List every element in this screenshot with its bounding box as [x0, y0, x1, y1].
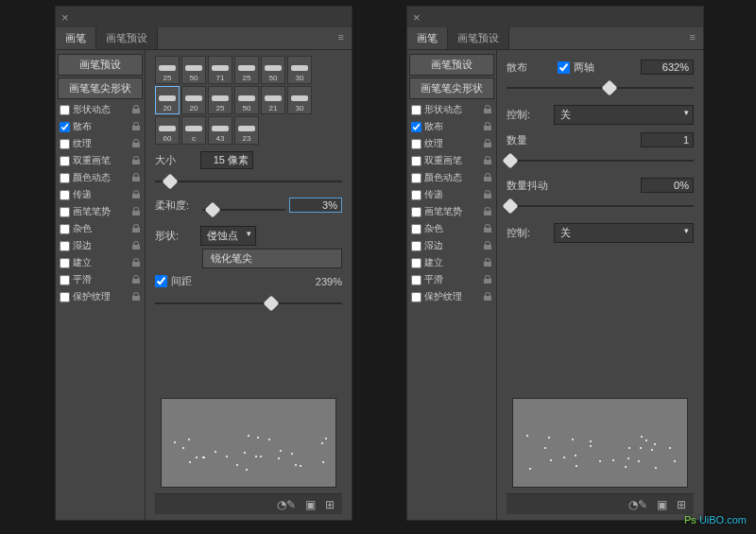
sidebar-checkbox[interactable] — [60, 122, 70, 132]
sidebar-item-11[interactable]: 保护纹理 — [409, 288, 494, 305]
sidebar-checkbox[interactable] — [411, 139, 421, 149]
sidebar-checkbox[interactable] — [411, 275, 421, 285]
lock-icon[interactable] — [483, 241, 492, 250]
sidebar-checkbox[interactable] — [411, 156, 421, 166]
lock-icon[interactable] — [131, 207, 141, 216]
lock-icon[interactable] — [131, 292, 141, 301]
footer-icon-3[interactable]: ⊞ — [325, 498, 335, 511]
lock-icon[interactable] — [131, 122, 141, 131]
sidebar-checkbox[interactable] — [60, 156, 70, 166]
lock-icon[interactable] — [483, 275, 492, 284]
lock-icon[interactable] — [483, 105, 492, 114]
shape-dropdown[interactable]: 侵蚀点 — [200, 226, 256, 246]
sharpen-tip-button[interactable]: 锐化笔尖 — [202, 249, 342, 268]
footer-icon-1[interactable]: ◔✎ — [277, 498, 296, 511]
sidebar-item-10[interactable]: 平滑 — [58, 271, 143, 288]
close-icon[interactable]: × — [61, 10, 69, 25]
lock-icon[interactable] — [131, 190, 141, 199]
sidebar-checkbox[interactable] — [411, 258, 421, 268]
sidebar-item-8[interactable]: 湿边 — [58, 237, 143, 254]
brush-tip-button[interactable]: 画笔笔尖形状 — [58, 78, 143, 99]
sidebar-item-7[interactable]: 杂色 — [409, 220, 494, 237]
sidebar-item-4[interactable]: 颜色动态 — [58, 169, 143, 186]
brush-tip-cell[interactable]: 60 — [155, 116, 180, 145]
sidebar-item-8[interactable]: 湿边 — [409, 237, 494, 254]
sidebar-item-5[interactable]: 传递 — [58, 186, 143, 203]
lock-icon[interactable] — [131, 275, 141, 284]
scatter-value[interactable]: 632% — [641, 60, 694, 75]
footer-icon-1[interactable]: ◔✎ — [628, 498, 647, 511]
lock-icon[interactable] — [131, 224, 141, 233]
size-slider[interactable] — [155, 174, 342, 189]
sidebar-item-6[interactable]: 画笔笔势 — [409, 203, 494, 220]
size-value[interactable]: 15 像素 — [200, 151, 253, 169]
sidebar-checkbox[interactable] — [60, 292, 70, 302]
sidebar-item-3[interactable]: 双重画笔 — [409, 152, 494, 169]
sidebar-checkbox[interactable] — [411, 173, 421, 183]
sidebar-checkbox[interactable] — [411, 241, 421, 251]
lock-icon[interactable] — [131, 139, 141, 148]
sidebar-checkbox[interactable] — [60, 173, 70, 183]
sidebar-item-3[interactable]: 双重画笔 — [58, 152, 143, 169]
lock-icon[interactable] — [483, 190, 492, 199]
sidebar-item-5[interactable]: 传递 — [409, 186, 494, 203]
brush-tip-cell[interactable]: 50 — [181, 56, 206, 84]
sidebar-item-2[interactable]: 纹理 — [58, 135, 143, 152]
sidebar-checkbox[interactable] — [411, 207, 421, 217]
sidebar-item-0[interactable]: 形状动态 — [58, 101, 143, 118]
brush-tip-cell[interactable]: 25 — [155, 56, 180, 84]
lock-icon[interactable] — [131, 105, 141, 114]
lock-icon[interactable] — [131, 241, 141, 250]
brush-tip-cell[interactable]: 43 — [208, 116, 232, 145]
lock-icon[interactable] — [131, 156, 141, 165]
sidebar-item-11[interactable]: 保护纹理 — [58, 288, 143, 305]
sidebar-item-1[interactable]: 散布 — [409, 118, 494, 135]
sidebar-checkbox[interactable] — [411, 190, 421, 200]
sidebar-item-6[interactable]: 画笔笔势 — [58, 203, 143, 220]
brush-tip-cell[interactable]: 20 — [181, 86, 206, 114]
sidebar-checkbox[interactable] — [60, 275, 70, 285]
sidebar-checkbox[interactable] — [60, 139, 70, 149]
lock-icon[interactable] — [131, 173, 141, 182]
spacing-checkbox[interactable] — [155, 275, 167, 287]
sidebar-checkbox[interactable] — [60, 258, 70, 268]
sidebar-item-1[interactable]: 散布 — [58, 118, 143, 135]
brush-tip-cell[interactable]: 25 — [208, 86, 232, 114]
lock-icon[interactable] — [483, 224, 492, 233]
lock-icon[interactable] — [483, 258, 492, 267]
brush-tip-cell[interactable]: 25 — [234, 56, 259, 84]
jitter-slider[interactable] — [507, 198, 694, 214]
panel-menu-icon[interactable]: ≡ — [331, 27, 352, 49]
lock-icon[interactable] — [131, 258, 141, 267]
lock-icon[interactable] — [483, 173, 492, 182]
tab-brush[interactable]: 画笔 — [56, 27, 96, 49]
hardness-value[interactable]: 3% — [289, 198, 342, 213]
sidebar-checkbox[interactable] — [411, 224, 421, 234]
brush-tip-cell[interactable]: 20 — [155, 86, 180, 114]
scatter-slider[interactable] — [507, 80, 694, 95]
brush-tip-cell[interactable]: 71 — [208, 56, 232, 84]
control-dropdown[interactable]: 关 — [554, 105, 694, 125]
brush-preset-button[interactable]: 画笔预设 — [409, 54, 494, 76]
both-axes-checkbox[interactable] — [558, 61, 570, 74]
brush-tip-cell[interactable]: 50 — [234, 86, 259, 114]
close-icon[interactable]: × — [413, 10, 421, 25]
count-slider[interactable] — [507, 153, 694, 168]
brush-tip-cell[interactable]: c — [181, 116, 206, 145]
sidebar-checkbox[interactable] — [411, 292, 421, 302]
sidebar-item-4[interactable]: 颜色动态 — [409, 169, 494, 186]
sidebar-checkbox[interactable] — [60, 105, 70, 115]
sidebar-checkbox[interactable] — [60, 207, 70, 217]
spacing-slider[interactable] — [155, 296, 342, 311]
jitter-value[interactable]: 0% — [641, 178, 694, 193]
lock-icon[interactable] — [483, 139, 492, 148]
sidebar-item-9[interactable]: 建立 — [58, 254, 143, 271]
brush-tip-button[interactable]: 画笔笔尖形状 — [409, 78, 494, 99]
footer-icon-2[interactable]: ▣ — [657, 498, 667, 511]
sidebar-item-9[interactable]: 建立 — [409, 254, 494, 271]
sidebar-checkbox[interactable] — [60, 190, 70, 200]
brush-tip-cell[interactable]: 30 — [287, 56, 312, 84]
sidebar-checkbox[interactable] — [411, 105, 421, 115]
brush-preset-button[interactable]: 画笔预设 — [58, 54, 143, 76]
sidebar-item-0[interactable]: 形状动态 — [409, 101, 494, 118]
